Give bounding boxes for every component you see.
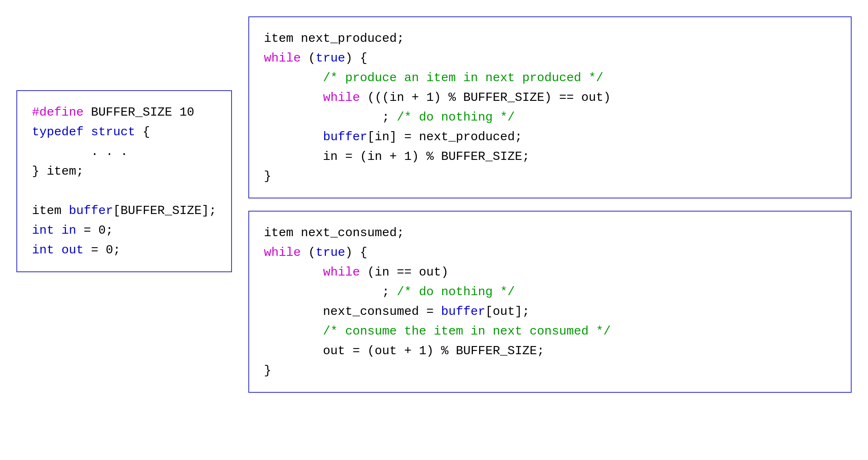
- cons-line7: out = (out + 1) % BUFFER_SIZE;: [264, 341, 836, 361]
- prod-in-update: in = (in + 1) % BUFFER_SIZE;: [264, 150, 529, 164]
- define-keyword: #define: [32, 105, 84, 119]
- prod-indent: [264, 91, 323, 105]
- cons-comment2: /* consume the item in next consumed */: [264, 324, 611, 338]
- cons-line6: /* consume the item in next consumed */: [264, 321, 836, 341]
- line-dots: . . .: [32, 142, 216, 162]
- cons-buffer-out: [out];: [485, 305, 529, 319]
- cons-close-brace: }: [264, 364, 271, 378]
- line-define: #define BUFFER_SIZE 10: [32, 102, 216, 122]
- prod-buffer-assign: [in] = next_produced;: [367, 130, 522, 144]
- item-keyword: item: [32, 204, 69, 218]
- prod-line5: ; /* do nothing */: [264, 107, 836, 127]
- left-code-box: #define BUFFER_SIZE 10 typedef struct { …: [16, 90, 232, 272]
- out-var: out: [61, 243, 84, 257]
- brace-open: {: [143, 125, 150, 139]
- cons-while-brace: ) {: [345, 246, 367, 260]
- buffer-size-text: [BUFFER_SIZE];: [113, 204, 216, 218]
- prod-line3: /* produce an item in next produced */: [264, 68, 836, 88]
- cons-buffer-kw: buffer: [441, 305, 485, 319]
- prod-inner-while: while: [323, 91, 360, 105]
- prod-line2: while (true) {: [264, 48, 836, 68]
- prod-close-brace: }: [264, 169, 271, 183]
- cons-comment1: /* do nothing */: [397, 285, 515, 299]
- prod-line4: while (((in + 1) % BUFFER_SIZE) == out): [264, 88, 836, 107]
- cons-true-keyword: true: [316, 246, 345, 260]
- cons-line8: }: [264, 361, 836, 380]
- prod-line8: }: [264, 166, 836, 186]
- cons-line4: ; /* do nothing */: [264, 282, 836, 302]
- out-assign: = 0;: [84, 243, 120, 257]
- right-panel: item next_produced; while (true) { /* pr…: [248, 16, 852, 393]
- cons-out-update: out = (out + 1) % BUFFER_SIZE;: [264, 344, 544, 358]
- prod-buffer-kw: buffer: [323, 130, 367, 144]
- int-keyword-in: int: [32, 223, 54, 237]
- cons-line5: next_consumed = buffer[out];: [264, 302, 836, 321]
- prod-true-keyword: true: [316, 51, 345, 65]
- cons-semicolon: ;: [264, 285, 397, 299]
- line-buffer-decl: item buffer[BUFFER_SIZE];: [32, 201, 216, 221]
- define-name: BUFFER_SIZE 10: [91, 105, 194, 119]
- prod-item-decl: item next_produced;: [264, 32, 404, 46]
- prod-while-paren: (: [301, 51, 316, 65]
- prod-line1: item next_produced;: [264, 29, 836, 48]
- consumer-code-box: item next_consumed; while (true) { while…: [248, 211, 852, 393]
- cons-while-paren: (: [301, 246, 316, 260]
- cons-inner-cond: (in == out): [360, 265, 448, 279]
- prod-semicolon: ;: [264, 110, 397, 124]
- prod-indent2: [264, 130, 323, 144]
- in-assign: = 0;: [76, 223, 113, 237]
- cons-next-consumed: next_consumed =: [264, 305, 441, 319]
- prod-comment2: /* do nothing */: [397, 110, 515, 124]
- out-decl: [54, 243, 61, 257]
- int-keyword-out: int: [32, 243, 54, 257]
- close-brace: } item;: [32, 164, 84, 178]
- producer-code-box: item next_produced; while (true) { /* pr…: [248, 16, 852, 198]
- prod-comment1: /* produce an item in next produced */: [264, 71, 603, 85]
- in-decl: [54, 223, 61, 237]
- in-var: in: [61, 223, 76, 237]
- typedef-keyword: typedef: [32, 125, 84, 139]
- dots-text: . . .: [32, 145, 128, 159]
- cons-while-keyword: while: [264, 246, 301, 260]
- prod-line7: in = (in + 1) % BUFFER_SIZE;: [264, 147, 836, 166]
- cons-item-decl: item next_consumed;: [264, 226, 404, 240]
- line-typedef: typedef struct {: [32, 122, 216, 142]
- left-panel: #define BUFFER_SIZE 10 typedef struct { …: [16, 16, 232, 272]
- cons-indent1: [264, 265, 323, 279]
- prod-inner-cond: (((in + 1) % BUFFER_SIZE) == out): [360, 91, 611, 105]
- struct-keyword: struct: [91, 125, 135, 139]
- cons-line1: item next_consumed;: [264, 223, 836, 243]
- line-close-struct: } item;: [32, 162, 216, 181]
- prod-while-keyword: while: [264, 51, 301, 65]
- main-container: #define BUFFER_SIZE 10 typedef struct { …: [0, 0, 868, 460]
- cons-inner-while: while: [323, 265, 360, 279]
- line-blank1: [32, 181, 216, 201]
- prod-while-brace: ) {: [345, 51, 367, 65]
- prod-line6: buffer[in] = next_produced;: [264, 127, 836, 147]
- line-int-in: int in = 0;: [32, 221, 216, 240]
- cons-line3: while (in == out): [264, 262, 836, 282]
- cons-line2: while (true) {: [264, 243, 836, 262]
- line-int-out: int out = 0;: [32, 240, 216, 260]
- buffer-keyword: buffer: [69, 204, 113, 218]
